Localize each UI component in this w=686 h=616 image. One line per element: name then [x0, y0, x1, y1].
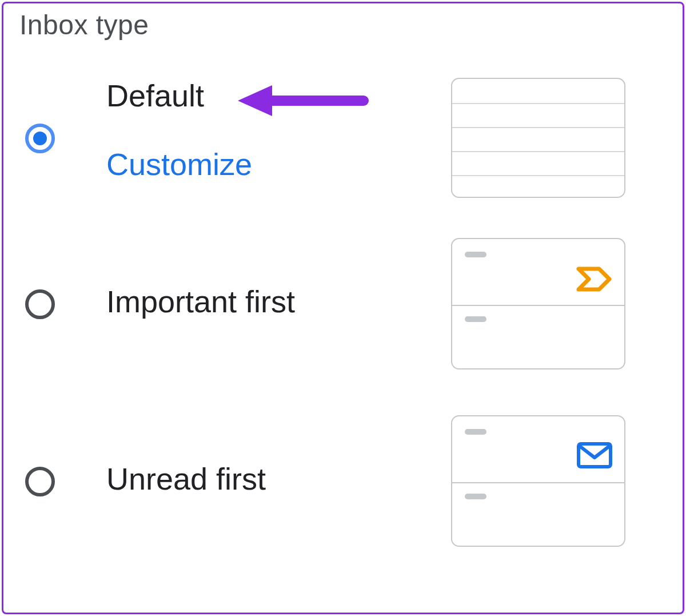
preview-important-first — [451, 238, 625, 369]
preview-default — [451, 78, 625, 198]
customize-link[interactable]: Customize — [106, 146, 252, 182]
preview-unread-first — [451, 415, 625, 547]
radio-unread-first[interactable] — [25, 467, 55, 496]
inbox-type-panel: Inbox type Default Customize Important f… — [2, 2, 684, 614]
inbox-type-option-unread-first[interactable]: Unread first — [3, 415, 683, 553]
radio-important-first[interactable] — [25, 289, 55, 319]
important-marker-icon — [576, 267, 613, 292]
mail-icon — [576, 442, 613, 469]
option-label-default: Default — [106, 78, 204, 113]
option-label-important-first: Important first — [106, 284, 295, 319]
inbox-type-option-important-first[interactable]: Important first — [3, 238, 683, 375]
inbox-type-option-default[interactable]: Default Customize — [3, 78, 683, 198]
radio-default[interactable] — [25, 124, 55, 153]
option-label-unread-first: Unread first — [106, 461, 266, 496]
section-title: Inbox type — [19, 9, 149, 41]
